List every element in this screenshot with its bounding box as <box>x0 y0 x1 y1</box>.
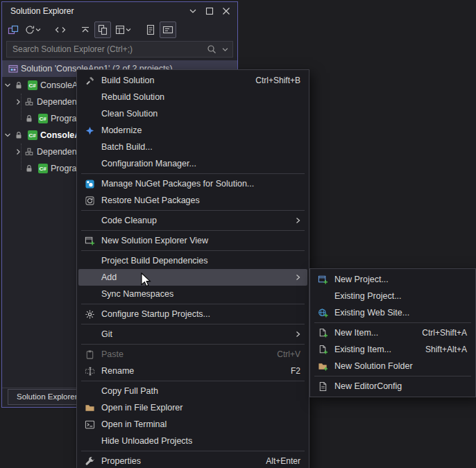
menu-item-new-solution-explorer-view[interactable]: New Solution Explorer View <box>78 232 307 249</box>
menu-item-clean-solution[interactable]: Clean Solution <box>78 105 307 122</box>
gear-icon <box>81 309 98 320</box>
nuget-restore-icon <box>81 196 98 206</box>
dependencies-icon <box>23 147 35 157</box>
menu-item-project-build-dependencies[interactable]: Project Build Dependencies <box>78 252 307 269</box>
new-item-icon <box>314 328 331 338</box>
menu-item-new-item[interactable]: New Item... Ctrl+Shift+A <box>312 324 474 341</box>
menu-item-git[interactable]: Git <box>78 326 307 343</box>
menu-separator <box>81 230 305 231</box>
lock-icon <box>23 114 35 123</box>
menu-item-paste[interactable]: Paste Ctrl+V <box>78 346 307 363</box>
lock-icon <box>12 80 24 90</box>
nuget-icon <box>81 179 98 189</box>
window-title: Solution Explorer <box>10 6 74 16</box>
menu-item-properties[interactable]: Properties Alt+Enter <box>78 453 307 468</box>
mouse-cursor <box>141 272 153 289</box>
solution-explorer-toolbar <box>2 20 237 40</box>
back-forward-navigation-icon[interactable] <box>53 22 68 37</box>
solution-context-menu: Build Solution Ctrl+Shift+B Rebuild Solu… <box>76 69 309 468</box>
editorconfig-icon <box>314 381 331 392</box>
solution-icon <box>7 63 19 74</box>
show-all-files-icon[interactable] <box>143 22 158 37</box>
sync-with-active-document-icon[interactable] <box>94 21 111 38</box>
collapse-all-icon[interactable] <box>78 22 93 37</box>
menu-item-hide-unloaded-projects[interactable]: Hide Unloaded Projects <box>78 433 307 449</box>
menu-separator <box>81 451 305 451</box>
menu-separator <box>81 304 305 304</box>
new-solution-folder-icon <box>314 361 331 372</box>
menu-item-add[interactable]: Add <box>78 269 307 286</box>
csharp-file-icon: C# <box>37 164 49 173</box>
rename-icon <box>81 366 98 376</box>
csharp-project-icon: C# <box>26 130 38 140</box>
chevron-down-icon <box>35 27 41 33</box>
menu-separator <box>314 376 471 376</box>
csharp-file-icon: C# <box>37 114 49 123</box>
pending-changes-filter-icon[interactable] <box>22 22 43 37</box>
maximize-icon[interactable] <box>201 3 218 19</box>
menu-item-copy-full-path[interactable]: Copy Full Path <box>78 383 307 399</box>
add-submenu: New Project... Existing Project... Exist… <box>309 268 476 397</box>
menu-separator <box>81 344 305 345</box>
lock-icon <box>23 164 35 173</box>
menu-item-batch-build[interactable]: Batch Build... <box>78 139 307 155</box>
menu-item-open-in-file-explorer[interactable]: Open in File Explorer <box>78 399 307 416</box>
menu-separator <box>81 250 305 251</box>
close-icon[interactable] <box>218 3 235 19</box>
menu-item-rebuild-solution[interactable]: Rebuild Solution <box>78 89 307 105</box>
menu-item-existing-item[interactable]: Existing Item... Shift+Alt+A <box>312 341 474 358</box>
search-options-chevron-icon[interactable] <box>222 46 228 53</box>
menu-separator <box>314 322 471 323</box>
wrench-icon <box>81 456 98 467</box>
menu-item-configuration-manager[interactable]: Configuration Manager... <box>78 155 307 172</box>
solution-views-icon[interactable] <box>112 22 133 37</box>
chevron-down-icon <box>126 27 131 33</box>
menu-item-existing-web-site[interactable]: Existing Web Site... <box>312 304 474 321</box>
menu-item-new-project[interactable]: New Project... <box>312 271 474 288</box>
new-solution-explorer-view-icon <box>81 236 98 246</box>
clipboard-icon <box>81 349 98 360</box>
chevron-expanded-icon[interactable] <box>2 82 12 89</box>
menu-separator <box>81 210 305 211</box>
folder-icon <box>81 403 98 413</box>
menu-item-new-solution-folder[interactable]: New Solution Folder <box>312 358 474 374</box>
menu-item-existing-project[interactable]: Existing Project... <box>312 288 474 304</box>
menu-separator <box>81 381 305 381</box>
existing-item-icon <box>314 345 331 355</box>
search-box <box>6 41 233 58</box>
modernize-icon <box>81 125 98 136</box>
menu-item-open-in-terminal[interactable]: Open in Terminal <box>78 416 307 433</box>
switch-views-icon[interactable] <box>6 22 21 37</box>
lock-icon <box>12 130 24 140</box>
submenu-arrow-icon <box>295 274 301 281</box>
submenu-arrow-icon <box>295 331 301 338</box>
menu-item-configure-startup-projects[interactable]: Configure Startup Projects... <box>78 306 307 322</box>
menu-item-modernize[interactable]: Modernize <box>78 122 307 139</box>
menu-item-manage-nuget-packages[interactable]: Manage NuGet Packages for Solution... <box>78 175 307 192</box>
web-site-icon <box>314 308 331 318</box>
menu-separator <box>81 173 305 174</box>
menu-item-rename[interactable]: Rename F2 <box>78 363 307 379</box>
title-bar[interactable]: Solution Explorer <box>2 2 237 20</box>
build-icon <box>81 76 98 86</box>
menu-item-code-cleanup[interactable]: Code Cleanup <box>78 212 307 229</box>
preview-selected-items-icon[interactable] <box>160 21 176 38</box>
search-input[interactable] <box>7 44 207 54</box>
menu-separator <box>81 324 305 324</box>
menu-item-sync-namespaces[interactable]: Sync Namespaces <box>78 286 307 302</box>
submenu-arrow-icon <box>295 217 301 224</box>
menu-item-restore-nuget-packages[interactable]: Restore NuGet Packages <box>78 192 307 209</box>
chevron-expanded-icon[interactable] <box>2 132 12 139</box>
tab-solution-explorer[interactable]: Solution Explorer <box>8 389 87 405</box>
search-icon[interactable] <box>207 44 216 54</box>
csharp-project-icon: C# <box>26 80 38 90</box>
menu-item-build-solution[interactable]: Build Solution Ctrl+Shift+B <box>78 72 307 89</box>
terminal-icon <box>81 419 98 430</box>
new-project-icon <box>314 275 331 285</box>
dependencies-icon <box>23 97 35 107</box>
window-position-chevron-icon[interactable] <box>185 3 201 19</box>
menu-item-new-editorconfig[interactable]: New EditorConfig <box>312 378 474 395</box>
